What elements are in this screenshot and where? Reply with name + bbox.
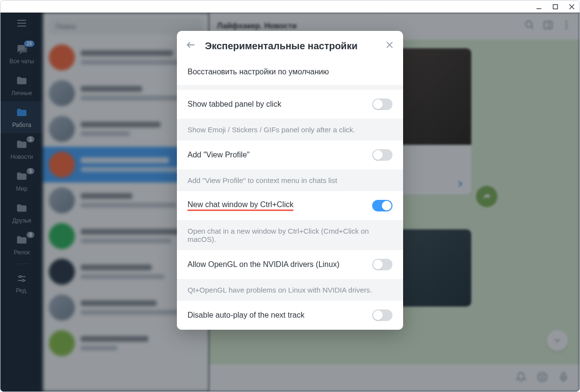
back-icon[interactable] — [186, 40, 196, 52]
experimental-settings-modal: Экспериментальные настройки Восстановить… — [177, 31, 403, 330]
section-separator — [177, 85, 403, 90]
setting-label: Disable auto-play of the next track — [188, 311, 304, 320]
setting-label: Allow OpenGL on the NVIDIA drivers (Linu… — [188, 260, 339, 269]
setting-row-view-profile[interactable]: Add "View Profile" — [177, 140, 403, 169]
setting-row-tabbed-panel[interactable]: Show tabbed panel by click — [177, 90, 403, 119]
setting-row-opengl-nvidia[interactable]: Allow OpenGL on the NVIDIA drivers (Linu… — [177, 250, 403, 279]
setting-row-disable-autoplay[interactable]: Disable auto-play of the next track — [177, 301, 403, 330]
toggle-switch[interactable] — [372, 98, 392, 110]
toggle-switch[interactable] — [372, 309, 392, 321]
modal-title: Экспериментальные настройки — [205, 41, 376, 52]
setting-description: Add "View Profile" to context menu in ch… — [177, 169, 403, 191]
setting-label: Add "View Profile" — [188, 151, 249, 159]
toggle-switch[interactable] — [372, 200, 392, 211]
setting-row-new-chat-window[interactable]: New chat window by Ctrl+Click — [177, 191, 403, 220]
setting-description: Qt+OpenGL have problems on Linux with NV… — [177, 279, 403, 301]
setting-description: Show Emoji / Stickers / GIFs panel only … — [177, 119, 403, 140]
window-maximize-button[interactable] — [552, 4, 558, 10]
window-close-button[interactable] — [569, 4, 575, 10]
window-minimize-button[interactable] — [536, 4, 542, 10]
window-titlebar — [0, 0, 580, 13]
setting-label: New chat window by Ctrl+Click — [188, 200, 293, 211]
close-icon[interactable] — [385, 40, 394, 52]
svg-rect-1 — [553, 4, 558, 9]
setting-description: Open chat in a new window by Ctrl+Click … — [177, 220, 403, 250]
toggle-switch[interactable] — [372, 149, 392, 161]
toggle-switch[interactable] — [372, 259, 392, 270]
setting-label: Show tabbed panel by click — [188, 100, 281, 109]
modal-overlay[interactable]: Экспериментальные настройки Восстановить… — [0, 13, 580, 392]
reset-defaults-row[interactable]: Восстановить настройки по умолчанию — [177, 59, 403, 85]
